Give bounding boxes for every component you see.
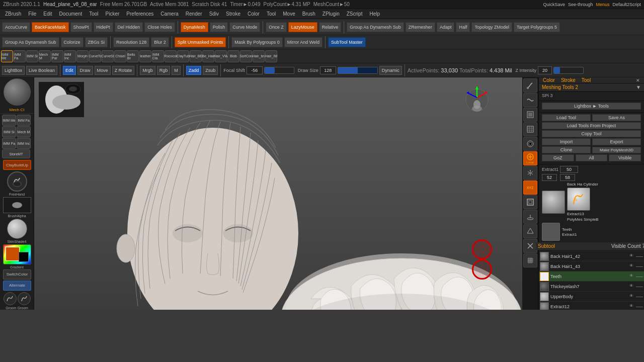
tool-imm-siz[interactable]: IMM Si [26,50,38,62]
menu-tool[interactable]: Tool [86,11,101,17]
xyz-icon-btn[interactable]: XYZ [523,180,537,195]
left-store-mt[interactable]: StoreMT [2,149,30,158]
subtool-extract12[interactable]: Extract12 👁 —— [539,302,644,310]
subtool-teeth[interactable]: Teeth 👁 —— [539,272,644,282]
m-btn[interactable]: M [172,66,181,75]
group-dynamesh2-btn[interactable]: Group As Dynamesh Sub [2,37,59,47]
menu-brush[interactable]: Brush [299,11,318,17]
texture-icon-btn[interactable] [523,122,537,136]
move-btn[interactable]: Move [95,66,111,75]
tool-blob[interactable]: Blob [227,50,239,62]
rgb-btn[interactable]: Rgb [157,66,171,75]
subtool-back-hair43[interactable]: Back Hair1_43 👁 —— [539,261,644,272]
menu-tool2[interactable]: Tool [264,11,279,17]
hidept-btn[interactable]: HidePt [94,22,113,32]
tool-hair-im[interactable]: Hair_IM [265,50,277,62]
alpha-icon-btn[interactable] [523,108,537,122]
quick-save[interactable]: QuickSave [543,2,565,7]
draw-btn[interactable]: Draw [77,66,93,75]
color-menu-btn[interactable]: Color [543,77,555,83]
tool-sortcon[interactable]: SortCon [240,50,252,62]
dynamic-btn[interactable]: Dynamic [379,66,402,75]
zsub-btn[interactable]: Zsub [203,66,218,75]
menu-file[interactable]: File [25,11,39,17]
tool-curvetc[interactable]: CurveTc [89,50,101,62]
group-dynamesh-btn[interactable]: Group As Dynamesh Sub [347,22,404,32]
stroke-menu-btn[interactable]: Stroke [561,77,576,83]
backface-mask-btn[interactable]: BackFaceMask [32,22,69,32]
menu-zbrush[interactable]: ZBrush [2,11,24,17]
half-btn[interactable]: Half [456,22,470,32]
menu-help[interactable]: Help [366,11,383,17]
tool-imm-me[interactable]: IMM Me [1,50,13,62]
target-polygroups-btn[interactable]: Target Polygroups 5 [514,22,560,32]
mirror-weld-btn[interactable]: Mirror And Weld [284,37,323,47]
menu-preferences[interactable]: Preferences [123,11,156,17]
tool-menu-btn[interactable]: Tool [582,77,591,83]
menu-edit[interactable]: Edit [40,11,55,17]
tool-claytub[interactable]: ClayTub [177,50,189,62]
topology-zmodel-btn[interactable]: Topology ZModel [471,22,512,32]
subtool-eye-2[interactable]: 👁 [628,263,634,269]
subtool-back-hair42[interactable]: Back Hair1_42 👁 —— [539,251,644,261]
subtool-eye-6[interactable]: 👁 [628,304,634,310]
live-boolean-btn[interactable]: Live Boolean [26,66,57,75]
once-z-btn[interactable]: Once Z [266,22,287,32]
colorize-btn[interactable]: Colorize [61,37,84,47]
left-imm-fa[interactable]: IMM Fa [17,115,31,126]
relative-btn[interactable]: Relative [319,22,342,32]
nav-gizmo[interactable] [462,82,492,113]
alternate-btn[interactable]: Alternate [3,281,31,291]
extract-x-input[interactable] [542,174,557,181]
focal-shift-input[interactable] [247,66,263,74]
mrgb-btn[interactable]: Mrgb [140,66,155,75]
see-through[interactable]: See-through [568,2,593,7]
load-from-project-btn[interactable]: Load Tools From Project [542,122,641,129]
brush-alpha-thumb[interactable] [3,197,31,213]
tool-chisel[interactable]: Chisel [114,50,126,62]
subtool-eye-1[interactable]: 👁 [628,253,634,259]
local-icon-btn[interactable]: Local [523,151,537,165]
accucurve-btn[interactable]: AccuCurve [2,22,30,32]
lightbox-btn[interactable]: LightBox [2,66,25,75]
brush-icon-btn[interactable] [523,78,537,93]
close-holes-btn[interactable]: Close Holes [144,22,175,32]
tool-imm-cla[interactable]: IMM Cla [152,50,164,62]
switch-color-btn[interactable]: SwitchColor [3,269,31,280]
menu-move[interactable]: Move [280,11,298,17]
freehand-icon[interactable] [7,171,27,192]
save-as-btn[interactable]: Save As [592,114,641,121]
z-rotate-btn[interactable]: Z Rotate [112,66,135,75]
frame-icon-btn[interactable] [523,195,537,209]
clone-btn[interactable]: Clone [542,146,591,153]
left-imm-inc[interactable]: IMM Inc [17,138,31,149]
close-right-btn[interactable]: ✕ [636,78,640,83]
back-ha-thumb[interactable] [542,191,565,214]
menus-toggle[interactable]: Menus [596,2,609,7]
default-script[interactable]: Default2Script [612,2,641,7]
subtool-eye-5[interactable]: 👁 [628,294,634,300]
persp-icon-btn[interactable] [523,224,537,238]
goz-btn[interactable]: GoZ [542,154,574,161]
teeth-thumb[interactable] [542,223,560,241]
dynamesh-btn[interactable]: DynaMesh [181,22,208,32]
skin-shade-sphere[interactable] [7,219,27,239]
copy-tool-btn[interactable]: Copy Tool [542,130,641,137]
extract-y-input[interactable] [560,174,575,181]
stroke-icon-btn[interactable] [523,93,537,107]
menu-sdiv[interactable]: Sdiv [206,11,222,17]
tool-hair-bn[interactable]: Hair_bn [253,50,265,62]
tool-rococol[interactable]: Rococol [165,50,177,62]
groom-icon-2[interactable] [18,292,31,305]
sym-icon-btn[interactable] [523,166,537,180]
polish-btn[interactable]: Polish [210,22,228,32]
extract13-thumb[interactable]: S [567,188,590,211]
menu-render[interactable]: Render [183,11,205,17]
resolution-btn[interactable]: Resolution 128 [113,37,149,47]
curve-mode-btn[interactable]: Curve Mode [229,22,260,32]
thumbnail-preview[interactable] [38,81,84,117]
draw-size-slider[interactable] [338,67,378,74]
floor-icon-btn[interactable] [523,210,537,224]
lazy-mouse-btn[interactable]: LazyMouse [288,22,317,32]
zbgs-btn[interactable]: ZBGs Si [85,37,108,47]
